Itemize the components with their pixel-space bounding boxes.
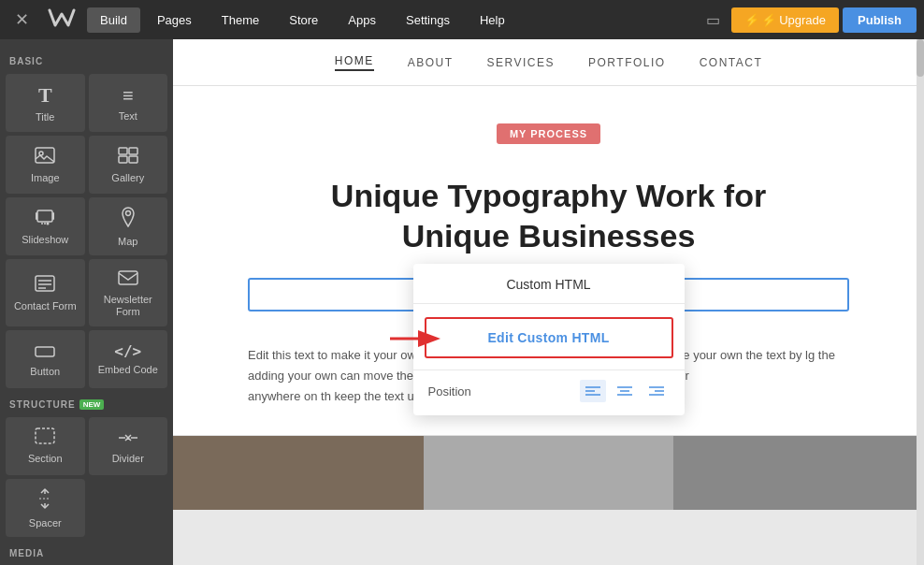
- sidebar-item-gallery[interactable]: Gallery: [89, 136, 168, 194]
- upgrade-icon: ⚡: [744, 13, 759, 27]
- align-left-button[interactable]: [580, 380, 606, 402]
- button-icon: [35, 340, 55, 362]
- scrollbar-track[interactable]: [917, 39, 924, 565]
- bottom-images-strip: [173, 435, 924, 510]
- sidebar-structure-grid: Section Divider Spacer: [6, 417, 167, 537]
- nav-help[interactable]: Help: [467, 7, 518, 33]
- sidebar-button-label: Button: [30, 366, 60, 378]
- sidebar: BASIC T Title ≡ Text Image Gallery: [0, 39, 173, 565]
- nav-pages[interactable]: Pages: [144, 7, 205, 33]
- site-navigation: HOME ABOUT SERVICES PORTFOLIO CONTACT: [173, 39, 924, 86]
- nav-build[interactable]: Build: [87, 7, 140, 33]
- svg-rect-17: [119, 271, 137, 284]
- align-center-button[interactable]: [612, 380, 638, 402]
- main-layout: BASIC T Title ≡ Text Image Gallery: [0, 39, 924, 565]
- title-icon: T: [38, 83, 52, 108]
- popup-position-label: Position: [428, 384, 570, 398]
- svg-rect-7: [36, 212, 37, 220]
- svg-rect-6: [37, 210, 52, 222]
- slideshow-icon: [35, 209, 55, 230]
- bottom-img-1: [173, 436, 424, 510]
- svg-point-10: [44, 223, 46, 225]
- sidebar-item-title[interactable]: T Title: [6, 74, 85, 132]
- sidebar-contact-form-label: Contact Form: [14, 300, 77, 312]
- nav-store[interactable]: Store: [276, 7, 331, 33]
- sidebar-gallery-label: Gallery: [111, 172, 144, 184]
- close-button[interactable]: ✕: [7, 6, 36, 34]
- sidebar-spacer-label: Spacer: [29, 517, 62, 529]
- nav-settings[interactable]: Settings: [393, 7, 463, 33]
- bottom-img-3: [673, 436, 924, 510]
- logo: [40, 8, 83, 32]
- svg-rect-4: [119, 156, 127, 163]
- sidebar-section-basic: BASIC: [6, 49, 167, 70]
- svg-point-12: [125, 211, 130, 216]
- site-nav-portfolio[interactable]: PORTFOLIO: [588, 56, 666, 69]
- svg-rect-5: [129, 156, 137, 163]
- sidebar-basic-grid: T Title ≡ Text Image Gallery: [6, 74, 167, 388]
- text-icon: ≡: [123, 85, 134, 107]
- contact-form-icon: [35, 275, 55, 297]
- svg-rect-18: [36, 347, 54, 356]
- sidebar-newsletter-label: Newsletter Form: [93, 294, 165, 318]
- sidebar-section-media: MEDIA: [6, 541, 167, 562]
- upgrade-label: ⚡ Upgrade: [761, 13, 826, 27]
- sidebar-item-spacer[interactable]: Spacer: [6, 479, 85, 537]
- site-nav-services[interactable]: SERVICES: [487, 56, 555, 69]
- custom-html-popup: Custom HTML Edit Custom HTML Position: [413, 264, 685, 415]
- badge-row: MY PROCESS: [248, 123, 849, 161]
- sidebar-item-slideshow[interactable]: Slideshow: [6, 197, 85, 255]
- gallery-icon: [118, 147, 138, 168]
- map-icon: [120, 207, 137, 232]
- section-icon: [35, 427, 55, 449]
- bottom-img-2: [424, 436, 674, 510]
- sidebar-map-label: Map: [118, 236, 137, 248]
- image-icon: [35, 147, 55, 168]
- edit-custom-html-button[interactable]: Edit Custom HTML: [425, 317, 673, 358]
- sidebar-slideshow-label: Slideshow: [22, 234, 68, 246]
- sidebar-item-section[interactable]: Section: [6, 417, 85, 475]
- process-badge: MY PROCESS: [497, 123, 600, 144]
- popup-title: Custom HTML: [413, 264, 685, 304]
- sidebar-text-label: Text: [119, 110, 137, 123]
- sidebar-item-newsletter-form[interactable]: Newsletter Form: [89, 259, 168, 326]
- sidebar-image-label: Image: [31, 172, 60, 184]
- sidebar-item-text[interactable]: ≡ Text: [89, 74, 168, 132]
- svg-rect-3: [129, 148, 137, 154]
- sidebar-item-divider[interactable]: Divider: [89, 417, 168, 475]
- device-toggle-button[interactable]: ▭: [699, 7, 728, 33]
- svg-rect-19: [36, 428, 54, 443]
- scrollbar-thumb[interactable]: [917, 39, 924, 77]
- popup-position-row: Position: [413, 369, 685, 415]
- site-nav-about[interactable]: ABOUT: [408, 56, 454, 69]
- sidebar-item-map[interactable]: Map: [89, 197, 168, 255]
- site-nav-home[interactable]: HOME: [335, 54, 374, 71]
- nav-apps[interactable]: Apps: [335, 7, 389, 33]
- svg-point-9: [41, 223, 43, 225]
- nav-theme[interactable]: Theme: [209, 7, 272, 33]
- page-title: Unique Typography Work forUnique Busines…: [248, 176, 849, 255]
- embed-code-icon: </>: [114, 342, 141, 360]
- sidebar-section-structure: STRUCTURE NEW: [6, 392, 167, 413]
- canvas-area: HOME ABOUT SERVICES PORTFOLIO CONTACT MY…: [173, 39, 924, 565]
- publish-button[interactable]: Publish: [843, 7, 917, 33]
- align-right-button[interactable]: [643, 380, 670, 402]
- sidebar-divider-label: Divider: [112, 453, 144, 465]
- sidebar-item-image[interactable]: Image: [6, 136, 85, 194]
- svg-point-11: [47, 223, 50, 225]
- divider-icon: [118, 427, 138, 449]
- site-nav-contact[interactable]: CONTACT: [700, 56, 763, 69]
- popup-align-buttons: [580, 380, 670, 402]
- sidebar-item-contact-form[interactable]: Contact Form: [6, 259, 85, 326]
- sidebar-section-label-item: Section: [28, 453, 63, 465]
- svg-rect-2: [119, 148, 127, 154]
- sidebar-item-button[interactable]: Button: [6, 330, 85, 388]
- svg-rect-8: [52, 212, 54, 220]
- top-navigation: ✕ Build Pages Theme Store Apps Settings …: [0, 0, 924, 39]
- sidebar-title-label: Title: [36, 111, 54, 123]
- sidebar-embed-code-label: Embed Code: [98, 364, 158, 376]
- spacer-icon: [36, 488, 53, 514]
- upgrade-button[interactable]: ⚡ ⚡ Upgrade: [731, 7, 839, 33]
- sidebar-item-embed-code[interactable]: </> Embed Code: [89, 330, 168, 388]
- new-badge: NEW: [79, 399, 105, 410]
